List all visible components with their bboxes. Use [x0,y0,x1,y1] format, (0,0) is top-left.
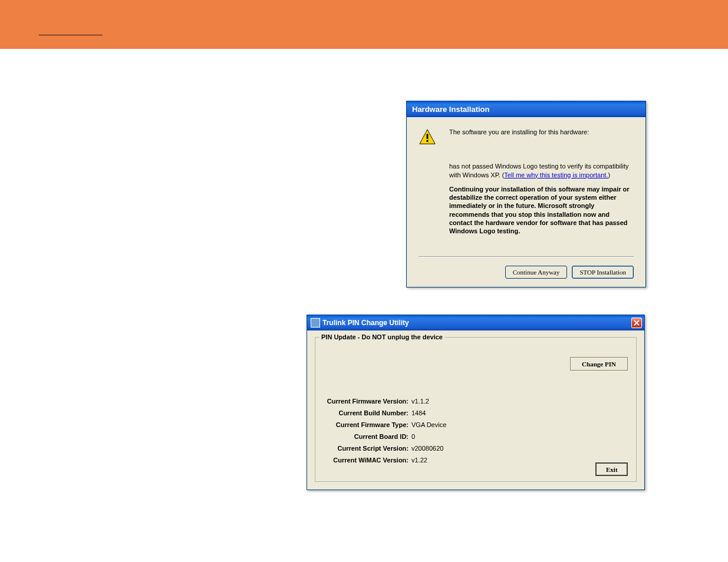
firmware-version-label: Current Firmware Version: [322,398,409,405]
app-icon [311,318,320,328]
wimac-version-row: Current WiMAC Version: v1.22 [322,457,446,464]
exit-button[interactable]: Exit [595,462,628,476]
svg-rect-1 [427,140,429,142]
change-pin-button[interactable]: Change PIN [570,357,628,371]
script-version-label: Current Script Version: [322,445,409,452]
firmware-version-row: Current Firmware Version: v1.1.2 [322,398,446,405]
board-id-value: 0 [411,433,415,440]
logo-test-text: has not passed Windows Logo testing to v… [449,162,634,179]
pin-dialog-body: PIN Update - Do NOT unplug the device Ch… [307,330,644,490]
firmware-type-row: Current Firmware Type: VGA Device [322,421,446,428]
build-number-value: 1484 [411,409,426,416]
testing-important-link[interactable]: Tell me why this testing is important. [504,171,608,178]
board-id-row: Current Board ID: 0 [322,433,446,440]
continue-anyway-button[interactable]: Continue Anyway [505,266,568,279]
wimac-version-value: v1.22 [411,457,427,464]
firmware-type-value: VGA Device [411,421,446,428]
board-id-label: Current Board ID: [322,433,409,440]
pin-dialog-title: Trulink PIN Change Utility [322,319,409,327]
dialog-text: The software you are installing for this… [449,128,634,242]
pin-dialog-titlebar[interactable]: Trulink PIN Change Utility [307,315,644,330]
script-version-row: Current Script Version: v20080620 [322,445,446,452]
dialog-titlebar[interactable]: Hardware Installation [407,101,645,117]
script-version-value: v20080620 [411,445,443,452]
dialog-body: The software you are installing for this… [407,117,645,287]
close-button[interactable] [631,318,642,328]
dialog-separator [419,256,634,257]
close-icon [634,320,640,326]
firmware-type-label: Current Firmware Type: [322,421,409,428]
device-info-grid: Current Firmware Version: v1.1.2 Current… [322,398,446,468]
warning-icon [419,128,436,242]
logo-test-post: ) [608,171,610,178]
stop-installation-button[interactable]: STOP Installation [572,266,634,279]
wimac-version-label: Current WiMAC Version: [322,457,409,464]
firmware-version-value: v1.1.2 [411,398,429,405]
pin-update-fieldset: PIN Update - Do NOT unplug the device Ch… [315,337,637,482]
header-underline [39,35,103,35]
build-number-label: Current Build Number: [322,409,409,416]
warning-text: Continuing your installation of this sof… [449,185,634,236]
svg-rect-0 [427,134,429,138]
dialog-title: Hardware Installation [412,105,489,114]
page-header [0,0,728,49]
hardware-installation-dialog: Hardware Installation The software you a… [406,101,646,287]
fieldset-legend: PIN Update - Do NOT unplug the device [319,333,444,340]
build-number-row: Current Build Number: 1484 [322,409,446,416]
dialog-button-row: Continue Anyway STOP Installation [419,266,634,279]
intro-text: The software you are installing for this… [449,128,634,136]
pin-change-utility-dialog: Trulink PIN Change Utility PIN Update - … [307,315,645,490]
